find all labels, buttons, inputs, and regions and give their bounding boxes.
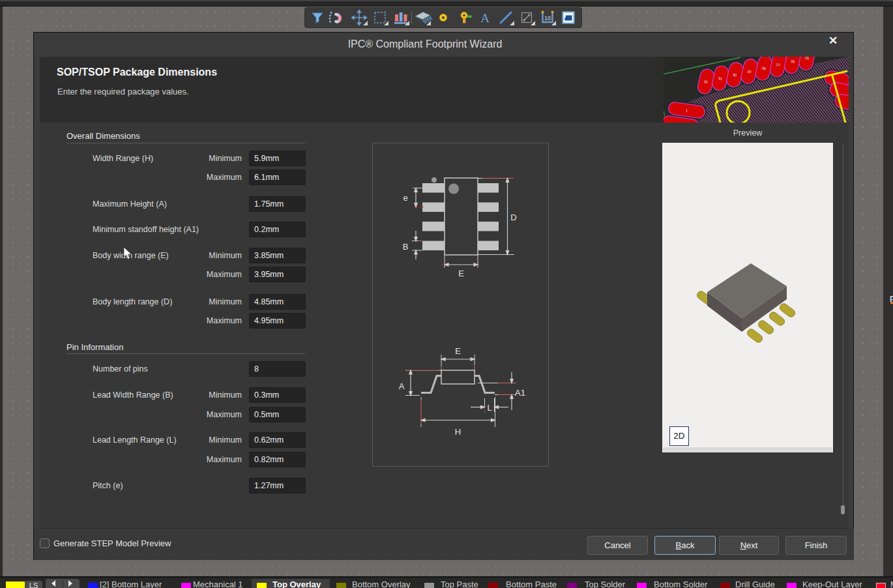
svg-text:A: A [399,381,405,391]
svg-text:10: 10 [544,15,551,22]
svg-text:E: E [455,346,461,356]
svg-text:e: e [403,193,407,203]
svg-text:E: E [458,269,464,278]
svg-text:B: B [403,242,409,252]
svg-text:A1: A1 [515,388,525,398]
svg-text:H: H [455,427,461,437]
svg-text:L: L [487,403,491,413]
svg-text:D: D [510,213,516,222]
svg-text:A: A [480,11,490,25]
